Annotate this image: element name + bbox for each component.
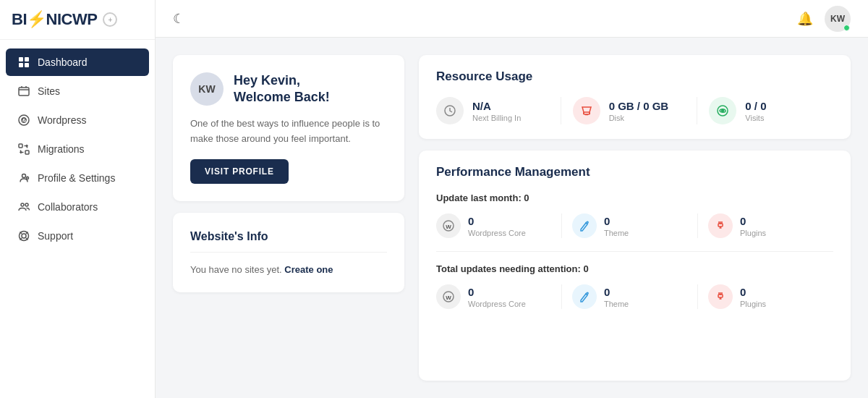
user-initials: KW [830,14,845,24]
perf-theme: 0 Theme [562,213,698,238]
svg-point-11 [25,203,28,206]
profile-icon [17,172,30,185]
welcome-title-block: Hey Kevin, Welcome Back! [234,72,330,106]
svg-point-5 [19,115,29,125]
welcome-avatar: KW [190,72,224,106]
topbar-left: ☾ [173,11,184,27]
perf-wp-core: W 0 Wordpress Core [436,213,562,238]
plugins-2-value: 0 [740,286,766,298]
welcome-header: KW Hey Kevin, Welcome Back! [190,72,387,106]
theme-2-value: 0 [604,286,629,298]
theme-info: 0 Theme [604,215,629,237]
svg-text:W: W [446,295,451,301]
theme-value: 0 [604,215,629,227]
svg-point-13 [22,234,26,238]
perf-plugins: 0 Plugins [698,213,833,238]
collaborators-icon [17,200,30,213]
wp-core-2-icon: W [436,284,461,309]
theme-2-info: 0 Theme [604,286,629,308]
resource-items-list: N/A Next Billing In 0 GB / 0 GB Disk [436,97,833,124]
wp-core-value: 0 [468,215,526,227]
sidebar-item-profile-settings[interactable]: Profile & Settings [6,164,149,192]
svg-rect-0 [19,57,23,62]
disk-label: Disk [609,114,669,122]
perf-plugins-2: 0 Plugins [698,284,833,309]
sidebar-item-wordpress[interactable]: Wordpress [6,106,149,134]
svg-rect-20 [718,224,723,226]
svg-rect-3 [25,63,29,67]
resource-item-visits: 0 / 0 Visits [697,97,833,124]
topbar: ☾ 🔔 KW [156,0,868,38]
sidebar-item-collaborators[interactable]: Collaborators [6,193,149,221]
dashboard-icon [17,56,30,69]
plugins-2-icon [708,284,733,309]
perf-divider [436,251,833,252]
theme-icon [572,213,597,238]
theme-2-icon [572,284,597,309]
sidebar-item-sites-label: Sites [38,85,60,97]
svg-rect-4 [19,88,29,96]
update-attention-row: W 0 Wordpress Core 0 Theme [436,284,833,309]
no-sites-message: You have no sites yet. Create one [190,264,387,275]
resource-item-billing: N/A Next Billing In [436,97,561,124]
svg-rect-7 [25,151,29,154]
svg-text:W: W [446,224,451,230]
resource-usage-title: Resource Usage [436,69,833,84]
sidebar-item-sites[interactable]: Sites [6,77,149,105]
resource-usage-card: Resource Usage N/A Next Billing In [419,55,851,139]
notifications-icon[interactable]: 🔔 [797,11,813,27]
theme-toggle-icon[interactable]: ☾ [173,11,184,27]
plugins-info: 0 Plugins [740,215,766,237]
welcome-greeting: Hey Kevin, Welcome Back! [234,72,330,106]
disk-value: 0 GB / 0 GB [609,100,669,112]
logo-circle-icon[interactable]: + [103,12,117,27]
online-indicator [843,25,850,31]
sidebar-item-support-label: Support [38,230,73,242]
card-divider [190,252,387,253]
svg-point-10 [21,203,24,206]
create-site-link[interactable]: Create one [284,264,333,275]
wp-core-2-info: 0 Wordpress Core [468,286,526,308]
resource-disk-info: 0 GB / 0 GB Disk [609,100,669,122]
svg-point-9 [27,177,29,179]
perf-theme-2: 0 Theme [562,284,698,309]
perf-wp-core-2: W 0 Wordpress Core [436,284,562,309]
billing-value: N/A [472,100,521,112]
svg-rect-15 [584,112,590,114]
welcome-avatar-initials: KW [198,83,215,95]
wp-core-2-label: Wordpress Core [468,300,526,308]
visits-icon [709,97,736,124]
sidebar-item-support[interactable]: Support [6,222,149,250]
visit-profile-button[interactable]: VISIT PROFILE [190,159,289,184]
plugins-icon [708,213,733,238]
welcome-message: One of the best ways to influence people… [190,117,387,147]
resource-billing-info: N/A Next Billing In [472,100,521,122]
website-info-card: Website's Info You have no sites yet. Cr… [173,213,404,292]
left-column: KW Hey Kevin, Welcome Back! One of the b… [173,55,404,381]
right-column: Resource Usage N/A Next Billing In [419,55,851,381]
wp-core-label: Wordpress Core [468,229,526,237]
performance-card: Performance Management Update last month… [419,151,851,381]
wp-core-info: 0 Wordpress Core [468,215,526,237]
sidebar-item-migrations[interactable]: Migrations [6,135,149,163]
visits-value: 0 / 0 [745,100,766,112]
plugins-value: 0 [740,215,766,227]
sidebar: BI⚡NICWP + Dashboard Sites Wordpress [0,0,156,398]
theme-2-label: Theme [604,300,629,308]
sites-icon [17,85,30,98]
svg-point-8 [22,174,26,178]
plugins-label: Plugins [740,229,766,237]
billing-icon [436,97,464,124]
logo-text: BI⚡NICWP [12,10,97,29]
sidebar-item-wordpress-label: Wordpress [38,114,86,126]
sidebar-item-dashboard[interactable]: Dashboard [6,48,149,76]
user-avatar[interactable]: KW [825,6,851,32]
support-icon [17,229,30,242]
sidebar-item-dashboard-label: Dashboard [38,56,88,68]
svg-rect-2 [19,63,23,67]
resource-item-disk: 0 GB / 0 GB Disk [561,97,698,124]
plugins-2-label: Plugins [740,300,766,308]
update-last-month-subtitle: Update last month: 0 [436,192,833,203]
logo-area: BI⚡NICWP + [0,0,155,40]
sidebar-item-migrations-label: Migrations [38,143,85,155]
